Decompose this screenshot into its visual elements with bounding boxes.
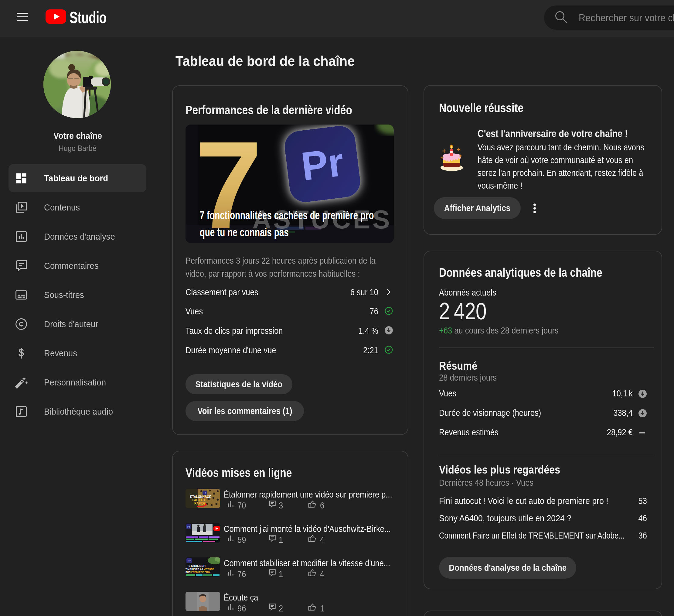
svg-text:SUR PREMIERE PRO: SUR PREMIERE PRO bbox=[186, 571, 210, 574]
svg-text:Pr: Pr bbox=[187, 525, 190, 528]
svg-text:Pr: Pr bbox=[299, 139, 346, 189]
svg-text:FACILE ET: FACILE ET bbox=[192, 498, 208, 502]
svg-text:STABILISER: STABILISER bbox=[189, 564, 206, 568]
svg-text:Pr: Pr bbox=[188, 559, 191, 562]
svg-text:ÉTALONNAGE: ÉTALONNAGE bbox=[190, 495, 211, 498]
svg-text:que tu ne connais pas: que tu ne connais pas bbox=[200, 226, 289, 239]
svg-text:7 fonctionnalitées cachées de: 7 fonctionnalitées cachées de première p… bbox=[200, 209, 374, 222]
svg-text:ET MODIFIER LA VITESSE: ET MODIFIER LA VITESSE bbox=[186, 568, 214, 571]
svg-text:RAPIDE: RAPIDE bbox=[194, 502, 206, 505]
svg-text:Pr: Pr bbox=[204, 492, 206, 494]
